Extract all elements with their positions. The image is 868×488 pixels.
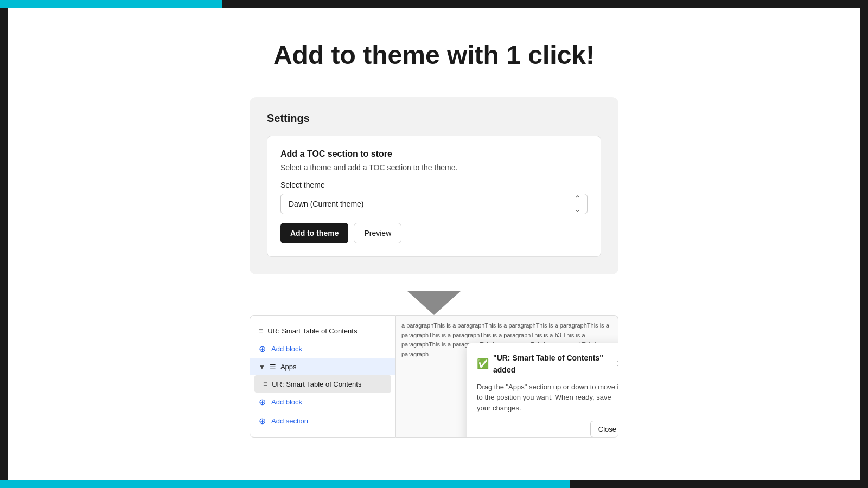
add-block-link[interactable]: Add block	[271, 345, 302, 353]
theme-select[interactable]: Dawn (Current theme)Other theme	[280, 194, 588, 214]
notification-body: Drag the "Apps" section up or down to mo…	[477, 382, 618, 414]
plus-circle-icon-3: ⊕	[259, 416, 266, 426]
bottom-cyan-bar	[0, 480, 570, 488]
sidebar-panel: ≡ UR: Smart Table of Contents ⊕ Add bloc…	[250, 315, 396, 438]
chevron-down-icon: ▼	[259, 363, 265, 371]
plus-circle-icon: ⊕	[259, 344, 266, 354]
bottom-preview-area: ≡ UR: Smart Table of Contents ⊕ Add bloc…	[250, 315, 618, 438]
select-theme-label: Select theme	[280, 181, 588, 189]
add-section-link[interactable]: Add section	[271, 417, 308, 425]
notification-title: "UR: Smart Table of Contents" added	[493, 352, 616, 376]
toc-card-title: Add a TOC section to store	[280, 149, 588, 159]
toc-section-card: Add a TOC section to store Select a them…	[267, 136, 601, 257]
add-to-theme-button[interactable]: Add to theme	[280, 223, 348, 243]
settings-card: Settings Add a TOC section to store Sele…	[250, 97, 618, 274]
sidebar-nested-item-label: UR: Smart Table of Contents	[272, 380, 361, 388]
notification-popup: ✅ "UR: Smart Table of Contents" added ✕ …	[467, 343, 618, 438]
content-preview-panel: a paragraphThis is a paragraphThis is a …	[396, 315, 618, 438]
toc-card-subtitle: Select a theme and add a TOC section to …	[280, 163, 588, 172]
notification-footer: Close	[477, 421, 618, 438]
action-buttons: Add to theme Preview	[280, 223, 588, 243]
list-item: ≡ UR: Smart Table of Contents	[254, 375, 391, 393]
top-cyan-bar	[0, 0, 222, 8]
preview-button[interactable]: Preview	[354, 223, 401, 243]
notification-title-row: ✅ "UR: Smart Table of Contents" added	[477, 352, 616, 376]
add-block-link-2[interactable]: Add block	[271, 398, 302, 406]
apps-icon: ☰	[270, 363, 276, 371]
page-title: Add to theme with 1 click!	[273, 40, 595, 70]
settings-label: Settings	[267, 112, 601, 125]
add-section-item[interactable]: ⊕ Add section	[250, 412, 395, 431]
theme-select-wrapper: Dawn (Current theme)Other theme ⌃⌄	[280, 194, 588, 214]
list-icon: ≡	[263, 380, 267, 388]
notification-close-button[interactable]: Close	[590, 421, 618, 438]
plus-circle-icon-2: ⊕	[259, 397, 266, 407]
list-icon: ≡	[259, 326, 263, 335]
apps-group-header: ▼ ☰ Apps	[250, 358, 395, 375]
notification-header: ✅ "UR: Smart Table of Contents" added ✕	[477, 352, 618, 376]
list-item: ≡ UR: Smart Table of Contents	[250, 322, 395, 339]
apps-label: Apps	[280, 363, 297, 371]
arrow-down-icon	[407, 291, 461, 315]
add-block-item[interactable]: ⊕ Add block	[250, 339, 395, 358]
check-circle-icon: ✅	[477, 356, 489, 372]
main-content-area: Add to theme with 1 click! Settings Add …	[8, 8, 860, 480]
add-block-item-2[interactable]: ⊕ Add block	[250, 393, 395, 412]
sidebar-item-label: UR: Smart Table of Contents	[267, 327, 357, 335]
notification-close-x-button[interactable]: ✕	[616, 359, 618, 369]
